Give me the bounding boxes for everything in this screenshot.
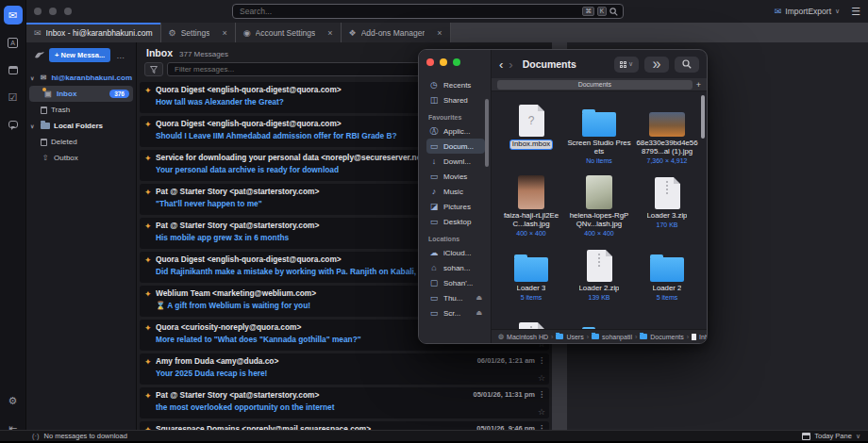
mail-list-title: Inbox xyxy=(146,47,173,58)
mail-space-icon[interactable]: ✉ xyxy=(4,6,23,25)
settings-gear-button[interactable]: ⚙ xyxy=(4,391,23,410)
file-item-loader-3-zip[interactable]: Loader 3.zip170 KB xyxy=(633,172,701,244)
path-item-users[interactable]: Users xyxy=(556,334,583,340)
importexport-button[interactable]: ✉ ImportExport ∨ xyxy=(775,7,840,16)
tab-inbox-hi-karanbhakuni-com[interactable]: ✉Inbox - hi@karanbhakuni.com xyxy=(26,23,161,42)
message-row[interactable]: ✦Squarespace Domains <noreply@mail.squar… xyxy=(140,421,549,430)
folder-item-local-folders[interactable]: ∨Local Folders xyxy=(26,118,136,134)
sidebar-scrollbar[interactable] xyxy=(485,99,489,167)
file-name: Loader 2.zip xyxy=(579,285,620,293)
close-window-icon[interactable] xyxy=(426,58,434,66)
folder-item-inbox[interactable]: ▣Inbox376 xyxy=(29,86,133,102)
sidebar-item-desktop[interactable]: ▭Desktop xyxy=(426,214,485,229)
sidebar-item-icloud-[interactable]: ☁iCloud... xyxy=(426,245,485,260)
folder-item-outbox[interactable]: ⇧Outbox xyxy=(26,150,136,166)
quick-filter-toggle-button[interactable] xyxy=(144,62,163,76)
tab-settings[interactable]: ⚙Settings× xyxy=(161,23,236,42)
file-item-helena-lopes-rgpqnv-lash-jpg[interactable]: helena-lopes-RgPQNv...lash.jpg400 × 400 xyxy=(565,172,633,244)
chat-space-icon[interactable] xyxy=(4,115,23,134)
file-item-partial[interactable] xyxy=(565,317,633,329)
sidebar-item-label: Docum... xyxy=(443,142,474,151)
sidebar-item-applic-[interactable]: ⒶApplic... xyxy=(426,123,485,139)
message-subject[interactable]: the most overlooked opportunity on the i… xyxy=(156,402,468,412)
path-item-documents[interactable]: Documents xyxy=(640,334,683,340)
tab-account-settings[interactable]: ◉Account Settings× xyxy=(236,23,342,42)
tab-add-ons-manager[interactable]: ❖Add-ons Manager× xyxy=(342,23,451,42)
sidebar-item-shared[interactable]: ◫Shared xyxy=(426,92,485,107)
window-controls[interactable] xyxy=(34,8,72,15)
message-row[interactable]: ✦Pat @ Starter Story <pat@starterstory.c… xyxy=(140,387,549,418)
content-scrollbar[interactable] xyxy=(701,95,705,139)
file-item-loader-2[interactable]: Loader 25 items xyxy=(633,244,701,317)
sidebar-item-sohan-[interactable]: ▢Sohan'... xyxy=(426,275,485,290)
global-search-field[interactable]: ⌘ K xyxy=(232,4,624,19)
new-message-button[interactable]: + New Messa... xyxy=(49,48,110,62)
star-toggle-icon[interactable]: ☆ xyxy=(538,374,545,383)
sidebar-item-pictures[interactable]: ◪Pictures xyxy=(426,199,485,214)
tasks-space-icon[interactable]: ☑ xyxy=(4,88,23,107)
toolbar-overflow-button[interactable]: » xyxy=(644,57,669,73)
sidebar-item-label: iCloud... xyxy=(443,249,471,257)
sidebar-item-thu-[interactable]: ▭Thu...⏏ xyxy=(426,290,485,305)
new-tab-button[interactable]: + xyxy=(696,80,701,90)
file-item-inbox-mbox[interactable]: ?Inbox.mbox xyxy=(497,99,565,172)
file-item-screen-studio-presets[interactable]: Screen Studio PresetsNo items xyxy=(565,99,633,172)
close-icon[interactable]: × xyxy=(320,28,332,38)
file-item-loader-2-zip[interactable]: Loader 2.zip139 KB xyxy=(565,244,633,317)
zoom-window-icon[interactable] xyxy=(453,58,460,66)
account-row[interactable]: ∨ ✉ hi@karanbhakuni.com xyxy=(26,70,136,86)
finder-window-controls[interactable] xyxy=(426,58,491,66)
file-item-partial[interactable] xyxy=(633,317,701,329)
folder-pane-options-button[interactable]: … xyxy=(116,51,125,60)
message-sender: Amy from Duda <amy@duda.co> xyxy=(156,356,472,366)
file-item-68e330e39bd4e568795-al-1-jpg[interactable]: 68e330e39bd4e568795...al (1).jpg7,360 × … xyxy=(633,99,701,172)
file-item-faiza-haji-rljl2eec-lash-jpg[interactable]: faiza-haji-rLjl2EeC...lash.jpg400 × 400 xyxy=(497,172,565,244)
folder-icon xyxy=(514,257,548,282)
sidebar-item-docum-[interactable]: ▭Docum... xyxy=(426,139,485,154)
expander-icon[interactable]: ∨ xyxy=(30,74,36,81)
back-button[interactable]: ‹ xyxy=(499,57,503,72)
message-row[interactable]: ✦Amy from Duda <amy@duda.co>Your 2025 Du… xyxy=(140,353,549,385)
folder-item-deleted[interactable]: Deleted xyxy=(26,134,136,150)
star-toggle-icon[interactable]: ☆ xyxy=(538,408,545,417)
sidebar-item-sohan-[interactable]: ⌂sohan... xyxy=(426,260,485,275)
eject-icon[interactable]: ⏏ xyxy=(476,309,482,317)
today-pane-toggle[interactable]: Today Pane ∨ xyxy=(802,432,860,440)
expander-icon[interactable]: ∨ xyxy=(30,123,37,129)
finder-tab-documents[interactable]: Documents xyxy=(497,80,693,90)
path-item-sohanpatil[interactable]: sohanpatil xyxy=(592,334,632,340)
zoom-window-icon[interactable] xyxy=(64,8,72,15)
sidebar-item-recents[interactable]: ◷Recents xyxy=(426,77,485,92)
close-icon[interactable]: × xyxy=(214,28,226,38)
finder-search-button[interactable] xyxy=(675,57,699,73)
app-menu-button[interactable]: ☰ xyxy=(851,6,860,18)
sidebar-item-music[interactable]: ♪Music xyxy=(426,184,485,199)
sidebar-item-downl-[interactable]: ↓Downl... xyxy=(426,154,485,169)
minimize-window-icon[interactable] xyxy=(440,58,447,66)
status-text: No messages to download xyxy=(44,432,127,440)
kebab-menu-icon[interactable]: ⋮ xyxy=(538,356,545,365)
close-window-icon[interactable] xyxy=(34,8,42,15)
new-message-star-icon: ✦ xyxy=(144,322,156,349)
kebab-menu-icon[interactable]: ⋮ xyxy=(538,390,545,399)
path-item-inbox[interactable]: Inbox xyxy=(692,334,707,340)
address-book-space-icon[interactable]: A xyxy=(4,33,23,52)
file-item-loader-3[interactable]: Loader 35 items xyxy=(497,244,565,317)
trash-icon xyxy=(41,107,47,114)
message-subject[interactable]: Your 2025 Duda recap is here! xyxy=(156,369,472,378)
calendar-space-icon[interactable] xyxy=(4,60,23,79)
folder-item-trash[interactable]: Trash xyxy=(26,102,136,118)
close-icon[interactable]: × xyxy=(429,28,442,38)
path-item-macintosh-hd[interactable]: ◍Macintosh HD xyxy=(498,333,548,340)
sidebar-item-movies[interactable]: ▭Movies xyxy=(426,169,485,184)
view-options-button[interactable]: ∨ xyxy=(614,57,639,73)
file-name: Loader 3.zip xyxy=(647,212,688,221)
file-item-partial[interactable] xyxy=(497,317,565,329)
path-label: Documents xyxy=(650,334,683,340)
minimize-window-icon[interactable] xyxy=(49,8,57,15)
eject-icon[interactable]: ⏏ xyxy=(476,294,482,302)
forward-button[interactable]: › xyxy=(509,57,512,72)
sidebar-item-scr-[interactable]: ▭Scr...⏏ xyxy=(426,305,485,320)
file-meta: No items xyxy=(586,157,612,164)
search-input[interactable] xyxy=(238,6,579,17)
